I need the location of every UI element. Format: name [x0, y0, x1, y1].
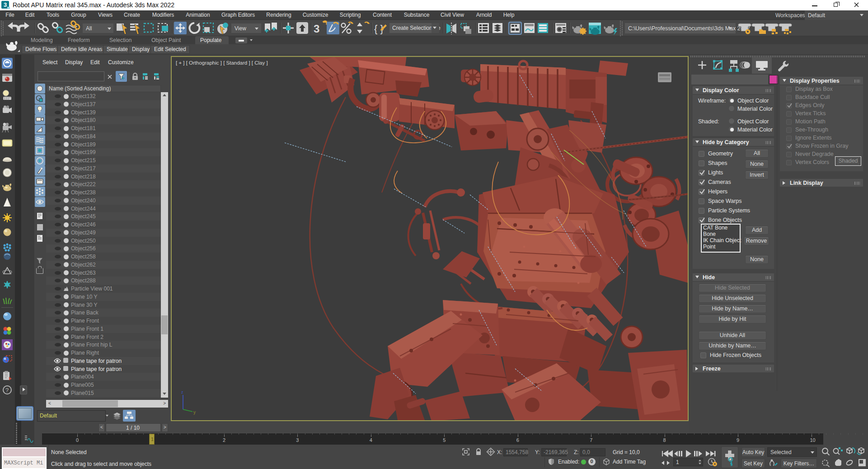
svg-text:All: All [86, 25, 92, 32]
svg-text:3: 3 [314, 23, 319, 35]
svg-text:?: ? [5, 387, 9, 394]
svg-text:y: y [193, 410, 196, 415]
svg-text:3: 3 [4, 1, 7, 8]
svg-text:z: z [181, 390, 183, 394]
svg-text:C:\Users\Professional\Document: C:\Users\Professional\Documents\3ds Max … [628, 25, 750, 32]
svg-text:View: View [235, 25, 246, 32]
